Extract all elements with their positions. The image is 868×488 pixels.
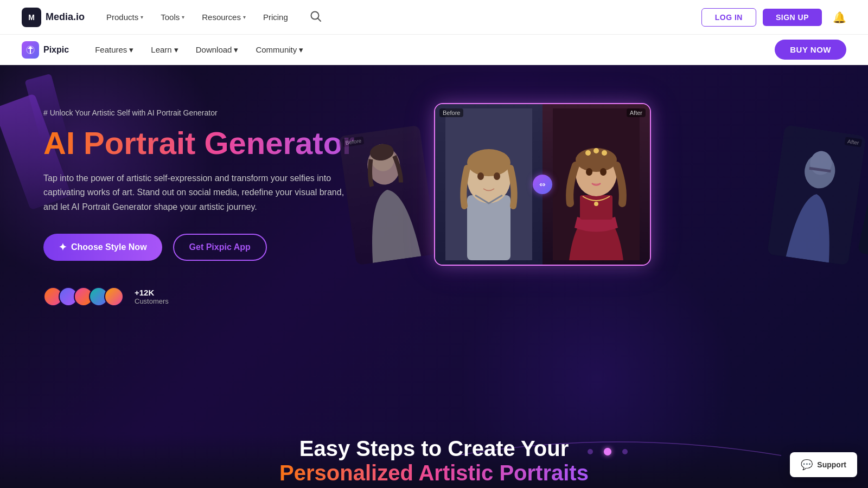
nav-pricing[interactable]: Pricing bbox=[263, 12, 288, 22]
portrait-after-panel: After bbox=[542, 104, 650, 265]
login-button[interactable]: LOG IN bbox=[701, 8, 756, 27]
bottom-title: Easy Steps to Create Your Personalized A… bbox=[279, 436, 589, 485]
hero-description: Tap into the power of artistic self-expr… bbox=[43, 171, 347, 214]
logo-icon: M bbox=[22, 8, 41, 27]
customer-avatars bbox=[43, 287, 119, 306]
chevron-down-icon: ▾ bbox=[174, 45, 178, 55]
buy-now-button[interactable]: BUY NOW bbox=[775, 40, 846, 60]
before-label: Before bbox=[439, 108, 463, 117]
pixpic-brand[interactable]: Pixpic bbox=[22, 41, 69, 59]
subnav-features[interactable]: Features ▾ bbox=[95, 45, 133, 55]
portrait-compare-icon: ⇔ bbox=[533, 175, 552, 194]
choose-style-button[interactable]: ✦ Choose Style Now bbox=[43, 234, 162, 261]
svg-point-11 bbox=[494, 172, 500, 180]
nav-resources[interactable]: Resources ▾ bbox=[202, 12, 246, 22]
chevron-down-icon: ▾ bbox=[299, 45, 303, 55]
nav-products[interactable]: Products ▾ bbox=[106, 12, 143, 22]
nav-tools[interactable]: Tools ▾ bbox=[161, 12, 184, 22]
customers-row: +12K Customers bbox=[43, 287, 391, 306]
hero-buttons: ✦ Choose Style Now Get Pixpic App bbox=[43, 234, 391, 261]
sparkle-icon: ✦ bbox=[59, 241, 67, 253]
support-label: Support bbox=[817, 460, 846, 469]
hero-left-content: # Unlock Your Artistic Self with AI Port… bbox=[43, 98, 391, 306]
bottom-title-white: Easy Steps to Create Your bbox=[299, 436, 569, 460]
bottom-title-gradient: Personalized Artistic Portraits bbox=[279, 461, 589, 485]
chevron-down-icon: ▾ bbox=[141, 14, 143, 20]
svg-point-17 bbox=[593, 148, 599, 153]
hero-right-content: Before Before bbox=[391, 98, 825, 488]
avatar bbox=[104, 287, 124, 306]
hero-title: AI Portrait Generator bbox=[43, 126, 391, 160]
sub-navigation: Pixpic Features ▾ Learn ▾ Download ▾ Com… bbox=[0, 35, 868, 65]
logo-text: Media.io bbox=[46, 11, 85, 23]
chevron-down-icon: ▾ bbox=[234, 45, 238, 55]
hero-tag: # Unlock Your Artistic Self with AI Port… bbox=[43, 108, 391, 117]
customer-count: +12K bbox=[135, 288, 169, 297]
carousel-dot-active[interactable] bbox=[604, 448, 611, 455]
svg-point-18 bbox=[602, 150, 607, 156]
svg-point-9 bbox=[467, 149, 510, 176]
signup-button[interactable]: SIGN UP bbox=[763, 9, 822, 26]
subnav-community[interactable]: Community ▾ bbox=[256, 45, 303, 55]
svg-point-19 bbox=[586, 168, 592, 176]
svg-point-21 bbox=[594, 202, 598, 206]
portrait-side-card-right: After bbox=[767, 125, 866, 266]
chat-icon: 💬 bbox=[801, 459, 813, 471]
logo-area[interactable]: M Media.io bbox=[22, 8, 85, 27]
get-app-button[interactable]: Get Pixpic App bbox=[173, 234, 267, 261]
search-button[interactable] bbox=[310, 10, 322, 24]
subnav-right: BUY NOW bbox=[775, 40, 846, 60]
svg-line-1 bbox=[317, 18, 321, 21]
customer-text: +12K Customers bbox=[135, 288, 169, 305]
search-icon bbox=[310, 10, 322, 22]
chevron-down-icon: ▾ bbox=[182, 14, 184, 20]
subnav-learn[interactable]: Learn ▾ bbox=[151, 45, 178, 55]
top-nav-links: Products ▾ Tools ▾ Resources ▾ Pricing bbox=[106, 10, 701, 24]
svg-point-16 bbox=[585, 150, 591, 156]
top-navigation: M Media.io Products ▾ Tools ▾ Resources … bbox=[0, 0, 868, 35]
subnav-download[interactable]: Download ▾ bbox=[196, 45, 239, 55]
svg-point-10 bbox=[477, 172, 484, 180]
carousel-dot[interactable] bbox=[622, 449, 628, 454]
chevron-down-icon: ▾ bbox=[129, 45, 133, 55]
customer-label: Customers bbox=[135, 297, 169, 305]
portrait-main-card: Before bbox=[434, 103, 651, 266]
pixpic-label: Pixpic bbox=[43, 45, 69, 55]
notification-bell-icon[interactable]: 🔔 bbox=[833, 11, 846, 24]
portrait-side-card-left: Before bbox=[339, 125, 437, 266]
carousel-dots bbox=[588, 448, 628, 455]
top-nav-right: LOG IN SIGN UP 🔔 bbox=[701, 8, 846, 27]
chevron-down-icon: ▾ bbox=[243, 14, 246, 20]
svg-rect-13 bbox=[580, 195, 612, 220]
pixpic-icon bbox=[22, 41, 39, 59]
svg-point-20 bbox=[600, 168, 607, 176]
support-button[interactable]: 💬 Support bbox=[790, 452, 857, 477]
after-label: After bbox=[627, 108, 646, 117]
svg-rect-7 bbox=[467, 195, 510, 260]
hero-section: # Unlock Your Artistic Self with AI Port… bbox=[0, 65, 868, 488]
portrait-before-panel: Before bbox=[435, 104, 542, 265]
